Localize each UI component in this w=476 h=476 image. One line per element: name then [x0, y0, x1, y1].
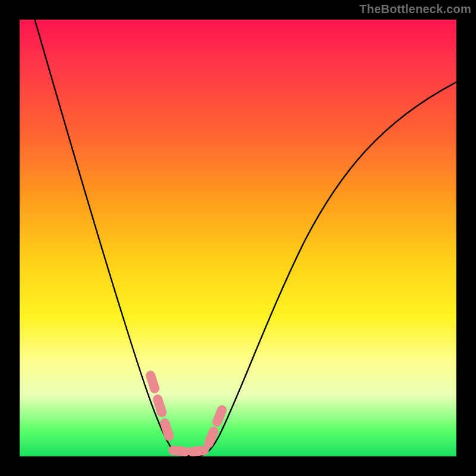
svg-line-2: [165, 423, 169, 436]
chart-frame: TheBottleneck.com: [0, 0, 476, 476]
bottleneck-curve: [28, 20, 456, 456]
svg-line-3: [173, 450, 185, 452]
svg-line-6: [217, 410, 222, 422]
svg-line-4: [192, 450, 204, 452]
curve-layer: [20, 20, 456, 456]
highlight-markers: [151, 375, 222, 452]
svg-line-5: [209, 431, 214, 443]
svg-line-1: [158, 399, 162, 412]
svg-line-0: [151, 375, 155, 389]
watermark-text: TheBottleneck.com: [359, 2, 471, 16]
